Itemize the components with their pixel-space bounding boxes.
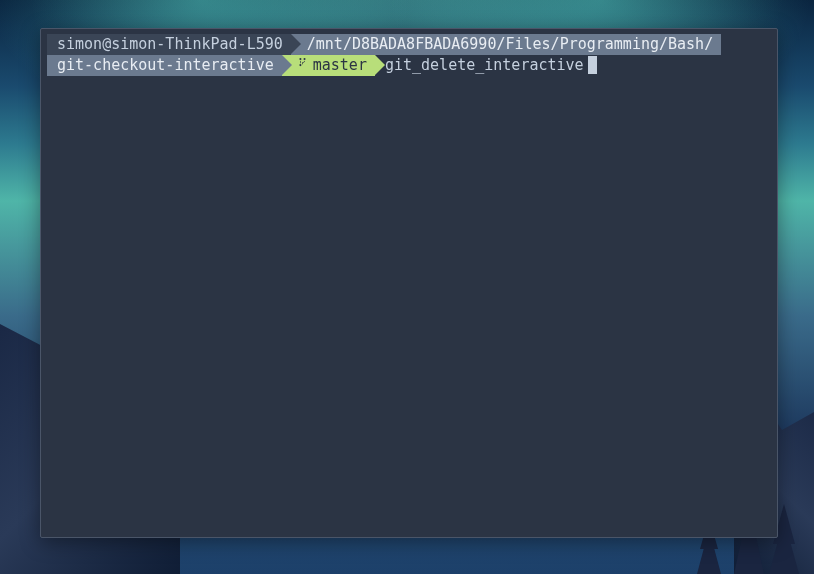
git-branch-icon	[298, 54, 309, 75]
separator-arrow-icon	[291, 34, 301, 54]
prompt-git-branch-segment: master	[282, 55, 375, 76]
terminal-content[interactable]: simon@simon-ThinkPad-L590/mnt/D8BADA8FBA…	[41, 29, 777, 81]
prompt-user-host-segment: simon@simon-ThinkPad-L590	[47, 34, 291, 55]
path-text-2: git-checkout-interactive	[57, 56, 274, 74]
branch-name: master	[313, 56, 367, 74]
typed-command: git_delete_interactive	[385, 56, 584, 74]
terminal-cursor	[588, 56, 597, 74]
prompt-line: simon@simon-ThinkPad-L590/mnt/D8BADA8FBA…	[47, 34, 771, 76]
terminal-window[interactable]: simon@simon-ThinkPad-L590/mnt/D8BADA8FBA…	[40, 28, 778, 538]
prompt-path-segment-2: git-checkout-interactive	[47, 55, 282, 76]
separator-arrow-icon	[282, 55, 292, 75]
separator-arrow-icon	[375, 55, 385, 75]
prompt-path-segment-1: /mnt/D8BADA8FBADA6990/Files/Programming/…	[291, 34, 721, 55]
command-input-area[interactable]: git_delete_interactive	[375, 55, 605, 76]
user-host-text: simon@simon-ThinkPad-L590	[57, 35, 283, 53]
path-text-1: /mnt/D8BADA8FBADA6990/Files/Programming/…	[307, 35, 713, 53]
